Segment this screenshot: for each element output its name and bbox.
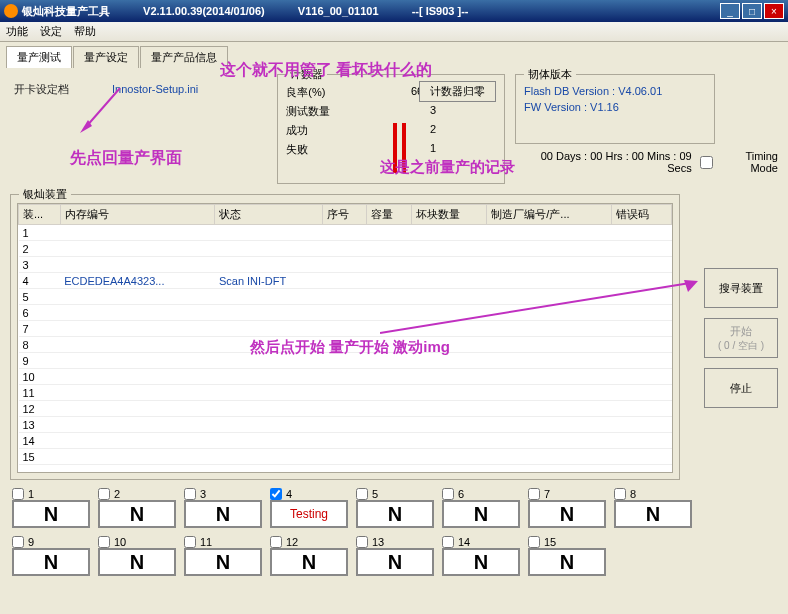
timing-mode-checkbox[interactable]: Timing Mode <box>700 150 778 174</box>
table-row[interactable]: 5 <box>19 289 672 305</box>
table-header[interactable]: 坏块数量 <box>411 205 487 225</box>
tab-product-info[interactable]: 量产产品信息 <box>140 46 228 68</box>
port-checkbox-9[interactable] <box>12 536 24 548</box>
port-6: 6N <box>442 488 520 528</box>
counter-group: 计数器 计数器归零 良率(%)66 %测试数量3成功2失败1 <box>277 74 505 184</box>
port-number: 8 <box>630 488 636 500</box>
port-checkbox-8[interactable] <box>614 488 626 500</box>
menu-settings[interactable]: 设定 <box>40 24 62 39</box>
port-checkbox-15[interactable] <box>528 536 540 548</box>
stop-button[interactable]: 停止 <box>704 368 778 408</box>
open-card-file: Innostor-Setup.ini <box>112 83 198 95</box>
port-14: 14N <box>442 536 520 576</box>
open-card-label: 开卡设定档 <box>14 83 69 95</box>
port-checkbox-11[interactable] <box>184 536 196 548</box>
port-checkbox-1[interactable] <box>12 488 24 500</box>
port-15: 15N <box>528 536 606 576</box>
open-card-config: 开卡设定档 Innostor-Setup.ini <box>14 82 267 97</box>
table-row[interactable]: 10 <box>19 369 672 385</box>
port-checkbox-10[interactable] <box>98 536 110 548</box>
flash-db-version: Flash DB Version : V4.06.01 <box>524 85 706 97</box>
port-status-10: N <box>98 548 176 576</box>
port-checkbox-6[interactable] <box>442 488 454 500</box>
port-status-3: N <box>184 500 262 528</box>
port-number: 1 <box>28 488 34 500</box>
maximize-button[interactable]: □ <box>742 3 762 19</box>
timing-mode-input[interactable] <box>700 156 713 169</box>
menu-bar: 功能 设定 帮助 <box>0 22 788 42</box>
device-table[interactable]: 装...内存编号状态序号容量坏块数量制造厂编号/产...错误码 1234ECDE… <box>17 203 673 473</box>
table-row[interactable]: 13 <box>19 417 672 433</box>
window-title: 银灿科技量产工具 V2.11.00.39(2014/01/06) V116_00… <box>22 4 720 19</box>
port-checkbox-2[interactable] <box>98 488 110 500</box>
table-row[interactable]: 2 <box>19 241 672 257</box>
device-group-title: 银灿装置 <box>19 187 71 202</box>
port-status-13: N <box>356 548 434 576</box>
port-checkbox-4[interactable] <box>270 488 282 500</box>
port-number: 9 <box>28 536 34 548</box>
table-row[interactable]: 8 <box>19 337 672 353</box>
port-1: 1N <box>12 488 90 528</box>
table-row[interactable]: 9 <box>19 353 672 369</box>
port-checkbox-12[interactable] <box>270 536 282 548</box>
port-4: 4Testing <box>270 488 348 528</box>
firmware-group: 韧体版本 Flash DB Version : V4.06.01 FW Vers… <box>515 74 715 144</box>
minimize-button[interactable]: _ <box>720 3 740 19</box>
table-header[interactable]: 序号 <box>322 205 366 225</box>
table-row[interactable]: 4ECDEDEA4A4323...Scan INI-DFT <box>19 273 672 289</box>
table-header[interactable]: 内存编号 <box>60 205 215 225</box>
table-row[interactable]: 7 <box>19 321 672 337</box>
counter-reset-button[interactable]: 计数器归零 <box>419 81 496 102</box>
port-status-12: N <box>270 548 348 576</box>
table-row[interactable]: 6 <box>19 305 672 321</box>
counter-label: 成功 <box>286 123 308 138</box>
table-header[interactable]: 状态 <box>215 205 323 225</box>
title-seg-2: V2.11.00.39(2014/01/06) <box>143 5 265 17</box>
tab-production-test[interactable]: 量产测试 <box>6 46 72 68</box>
table-header[interactable]: 容量 <box>367 205 411 225</box>
table-row[interactable]: 15 <box>19 449 672 465</box>
port-status-15: N <box>528 548 606 576</box>
port-status-8: N <box>614 500 692 528</box>
table-row[interactable]: 12 <box>19 401 672 417</box>
port-status-14: N <box>442 548 520 576</box>
tab-bar: 量产测试 量产设定 量产产品信息 <box>0 42 788 68</box>
counter-label: 失败 <box>286 142 308 157</box>
search-device-button[interactable]: 搜寻装置 <box>704 268 778 308</box>
table-header[interactable]: 错误码 <box>611 205 671 225</box>
table-header[interactable]: 制造厂编号/产... <box>487 205 612 225</box>
port-checkbox-14[interactable] <box>442 536 454 548</box>
counter-label: 良率(%) <box>286 85 325 100</box>
title-bar: 银灿科技量产工具 V2.11.00.39(2014/01/06) V116_00… <box>0 0 788 22</box>
counter-label: 测试数量 <box>286 104 330 119</box>
port-status-1: N <box>12 500 90 528</box>
port-status-5: N <box>356 500 434 528</box>
port-checkbox-7[interactable] <box>528 488 540 500</box>
table-row[interactable]: 3 <box>19 257 672 273</box>
port-status-7: N <box>528 500 606 528</box>
port-number: 2 <box>114 488 120 500</box>
table-header[interactable]: 装... <box>19 205 61 225</box>
table-row[interactable]: 1 <box>19 225 672 241</box>
port-grid: 1N2N3N4Testing5N6N7N8N9N10N11N12N13N14N1… <box>12 488 692 576</box>
start-button[interactable]: 开始 ( 0 / 空白 ) <box>704 318 778 358</box>
table-row[interactable]: 14 <box>19 433 672 449</box>
counter-row: 成功2 <box>286 123 496 138</box>
menu-help[interactable]: 帮助 <box>74 24 96 39</box>
port-3: 3N <box>184 488 262 528</box>
table-row[interactable]: 11 <box>19 385 672 401</box>
port-checkbox-3[interactable] <box>184 488 196 500</box>
app-icon <box>4 4 18 18</box>
port-status-4: Testing <box>270 500 348 528</box>
port-status-6: N <box>442 500 520 528</box>
title-seg-3: V116_00_01101 <box>298 5 379 17</box>
tab-production-settings[interactable]: 量产设定 <box>73 46 139 68</box>
port-number: 15 <box>544 536 556 548</box>
port-5: 5N <box>356 488 434 528</box>
port-checkbox-5[interactable] <box>356 488 368 500</box>
close-button[interactable]: × <box>764 3 784 19</box>
port-checkbox-13[interactable] <box>356 536 368 548</box>
port-status-2: N <box>98 500 176 528</box>
menu-func[interactable]: 功能 <box>6 24 28 39</box>
red-bar-icon <box>402 123 406 173</box>
